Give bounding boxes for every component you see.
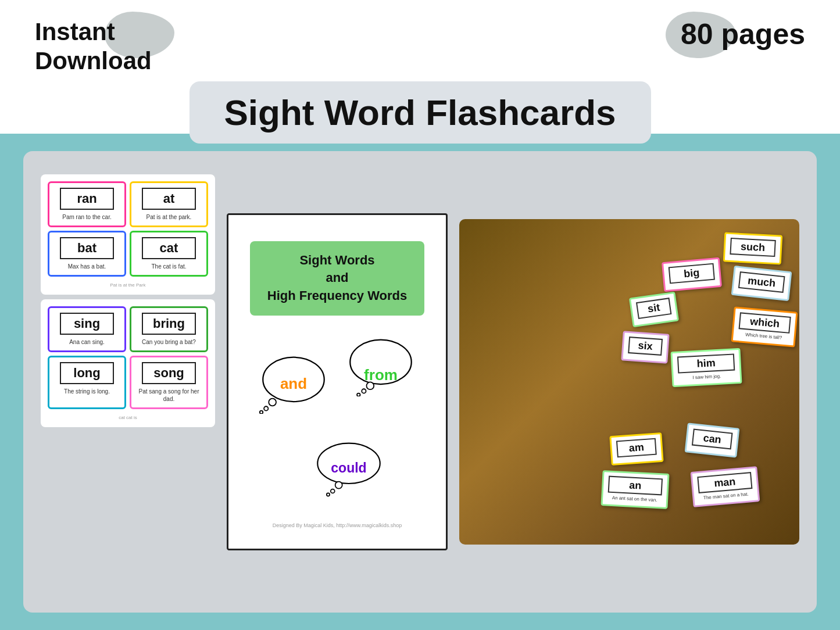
center-title-line1: Sight Words [267,252,407,270]
flashcard-at: at Pat is at the park. [130,181,208,227]
scatter-card-such: such [723,232,783,264]
flashcard-sing: sing Ana can sing. [48,306,126,352]
scatter-word-such: such [730,238,775,257]
flashcard-bring: bring Can you bring a bat? [130,306,208,352]
flashcard-ran: ran Pam ran to the car. [48,181,126,227]
bubble-from: from [343,338,419,416]
word-ran: ran [60,188,115,210]
word-bat: bat [60,237,115,259]
scatter-word-an: an [608,476,663,496]
bottom-left-sheet: sing Ana can sing. bring Can you bring a… [41,299,215,427]
word-from: from [364,367,398,385]
word-bring: bring [142,313,196,335]
flashcard-song: song Pat sang a song for her dad. [130,356,208,409]
green-title-box: Sight Words and High Frequency Words [250,241,424,316]
scatter-card-sit: sit [629,292,679,328]
bubble-could: could [311,439,387,500]
top-sheet-label: Pat is at the Park [48,282,208,288]
right-photo-area: such much big sit six which Which tree i… [459,219,799,545]
main-title: Sight Word Flashcards [224,92,616,133]
scatter-card-an: an An ant sat on the van. [600,470,669,509]
svg-point-10 [331,489,335,493]
center-page: Sight Words and High Frequency Words and [227,213,448,550]
scatter-card-big: big [662,257,722,292]
word-long: long [60,362,115,384]
scatter-sentence-an: An ant sat on the van. [607,495,662,504]
bubble-and: and [256,356,331,416]
top-card-grid: ran Pam ran to the car. at Pat is at the… [48,181,208,277]
sentence-bat: Max has a bat. [53,263,121,270]
bottom-sheet-label: cat cat is [48,415,208,420]
svg-point-3 [260,411,263,414]
svg-point-6 [362,389,366,393]
sentence-sing: Ana can sing. [53,338,121,346]
title-pill: Sight Word Flashcards [189,81,650,144]
scatter-word-am: am [616,438,657,458]
word-cat: cat [142,237,196,259]
scatter-word-sit: sit [636,298,671,319]
sentence-bring: Can you bring a bat? [135,338,203,346]
sentence-cat: The cat is fat. [135,263,203,270]
word-at: at [142,188,196,210]
left-section: ran Pam ran to the car. at Pat is at the… [41,174,215,427]
scatter-word-big: big [669,263,715,284]
word-could: could [331,460,366,476]
sentence-ran: Pam ran to the car. [53,213,121,221]
scatter-card-can: can [685,423,740,457]
scatter-word-can: can [692,429,733,450]
svg-point-9 [335,482,342,489]
instant-download-label: InstantDownload [35,17,152,76]
scatter-card-am: am [609,432,663,466]
center-footer: Designed By Magical Kids, http://www.mag… [273,522,402,528]
word-song: song [142,362,196,384]
sentence-at: Pat is at the park. [135,213,203,221]
scatter-card-man: man The man sat on a hat. [691,466,760,507]
center-title-line3: High Frequency Words [267,287,407,305]
scatter-word-man: man [697,472,752,493]
scatter-word-six: six [628,337,663,356]
scatter-card-six: six [621,331,669,363]
scatter-card-much: much [731,266,792,301]
sentence-long: The string is long. [53,388,121,395]
bottom-card-grid: sing Ana can sing. bring Can you bring a… [48,306,208,409]
top-left-sheet: ran Pam ran to the car. at Pat is at the… [41,174,215,295]
main-content: ran Pam ran to the car. at Pat is at the… [23,151,817,613]
svg-point-11 [327,493,330,496]
svg-point-7 [357,393,360,396]
thought-bubbles-area: and from could [240,332,434,506]
scatter-sentence-which: Which tree is tall? [738,331,789,342]
scatter-sentence-him: I saw him jog. [678,373,735,382]
center-title-line2: and [267,269,407,287]
flashcard-cat: cat The cat is fat. [130,231,208,277]
word-and: and [280,375,307,393]
scatter-word-much: much [738,271,785,293]
scatter-word-which: which [739,312,791,334]
flashcard-long: long The string is long. [48,356,126,409]
flashcard-bat: bat Max has a bat. [48,231,126,277]
scatter-word-him: him [677,353,735,373]
scatter-card-which: which Which tree is tall? [731,306,798,348]
word-sing: sing [60,313,115,335]
svg-point-1 [269,399,276,406]
svg-point-2 [264,406,268,410]
scatter-card-him: him I saw him jog. [670,348,742,388]
sentence-song: Pat sang a song for her dad. [135,388,203,403]
pages-label: 80 pages [681,17,805,51]
